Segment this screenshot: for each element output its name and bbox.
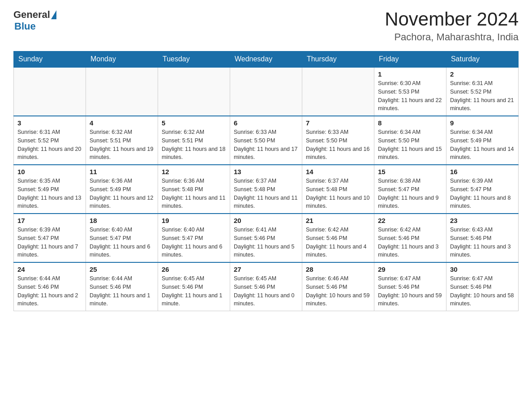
calendar-day-cell: 10Sunrise: 6:35 AMSunset: 5:49 PMDayligh… — [14, 165, 86, 214]
day-info: Sunrise: 6:35 AMSunset: 5:49 PMDaylight:… — [17, 177, 82, 210]
calendar-day-cell: 4Sunrise: 6:32 AMSunset: 5:51 PMDaylight… — [86, 116, 158, 165]
calendar-day-cell: 25Sunrise: 6:44 AMSunset: 5:46 PMDayligh… — [86, 262, 158, 311]
logo-top: General — [13, 9, 57, 21]
calendar-table: Sunday Monday Tuesday Wednesday Thursday… — [13, 51, 519, 311]
day-info: Sunrise: 6:42 AMSunset: 5:46 PMDaylight:… — [306, 226, 370, 259]
day-info: Sunrise: 6:41 AMSunset: 5:46 PMDaylight:… — [234, 226, 298, 259]
day-number: 10 — [17, 168, 82, 176]
day-info: Sunrise: 6:43 AMSunset: 5:46 PMDaylight:… — [450, 226, 515, 259]
day-info: Sunrise: 6:34 AMSunset: 5:49 PMDaylight:… — [450, 128, 515, 162]
calendar-day-cell: 2Sunrise: 6:31 AMSunset: 5:52 PMDaylight… — [446, 67, 518, 116]
day-number: 29 — [378, 265, 442, 273]
calendar-day-cell: 30Sunrise: 6:47 AMSunset: 5:46 PMDayligh… — [446, 262, 518, 311]
day-info: Sunrise: 6:39 AMSunset: 5:47 PMDaylight:… — [450, 177, 515, 210]
calendar-day-cell — [230, 67, 302, 116]
calendar-day-cell: 7Sunrise: 6:33 AMSunset: 5:50 PMDaylight… — [302, 116, 374, 165]
day-number: 28 — [306, 265, 370, 273]
header-thursday: Thursday — [302, 51, 374, 68]
day-info: Sunrise: 6:31 AMSunset: 5:52 PMDaylight:… — [450, 79, 515, 113]
day-number: 19 — [162, 217, 226, 224]
day-info: Sunrise: 6:40 AMSunset: 5:47 PMDaylight:… — [162, 226, 226, 259]
logo: General Blue — [13, 9, 57, 32]
day-number: 26 — [162, 265, 226, 273]
day-number: 15 — [378, 168, 442, 176]
header-saturday: Saturday — [446, 51, 518, 68]
day-number: 25 — [90, 265, 154, 273]
day-info: Sunrise: 6:32 AMSunset: 5:51 PMDaylight:… — [90, 128, 154, 162]
day-info: Sunrise: 6:39 AMSunset: 5:47 PMDaylight:… — [17, 226, 82, 259]
day-info: Sunrise: 6:33 AMSunset: 5:50 PMDaylight:… — [306, 128, 370, 162]
day-info: Sunrise: 6:37 AMSunset: 5:48 PMDaylight:… — [306, 177, 370, 210]
day-info: Sunrise: 6:31 AMSunset: 5:52 PMDaylight:… — [17, 128, 82, 162]
calendar-day-cell: 17Sunrise: 6:39 AMSunset: 5:47 PMDayligh… — [14, 214, 86, 262]
day-number: 12 — [162, 168, 226, 176]
day-number: 27 — [234, 265, 298, 273]
day-number: 2 — [450, 70, 515, 78]
calendar-day-cell: 8Sunrise: 6:34 AMSunset: 5:50 PMDaylight… — [374, 116, 446, 165]
calendar-day-cell: 13Sunrise: 6:37 AMSunset: 5:48 PMDayligh… — [230, 165, 302, 214]
calendar-day-cell: 16Sunrise: 6:39 AMSunset: 5:47 PMDayligh… — [446, 165, 518, 214]
calendar-day-cell: 9Sunrise: 6:34 AMSunset: 5:49 PMDaylight… — [446, 116, 518, 165]
day-info: Sunrise: 6:33 AMSunset: 5:50 PMDaylight:… — [234, 128, 298, 162]
calendar-day-cell: 6Sunrise: 6:33 AMSunset: 5:50 PMDaylight… — [230, 116, 302, 165]
header-monday: Monday — [86, 51, 158, 68]
calendar-week-row: 17Sunrise: 6:39 AMSunset: 5:47 PMDayligh… — [14, 214, 519, 262]
day-info: Sunrise: 6:47 AMSunset: 5:46 PMDaylight:… — [450, 274, 515, 308]
calendar-week-row: 10Sunrise: 6:35 AMSunset: 5:49 PMDayligh… — [14, 165, 519, 214]
day-number: 3 — [17, 119, 82, 127]
calendar-day-cell — [14, 67, 86, 116]
header-wednesday: Wednesday — [230, 51, 302, 68]
day-number: 8 — [378, 119, 442, 127]
calendar-day-cell: 1Sunrise: 6:30 AMSunset: 5:53 PMDaylight… — [374, 67, 446, 116]
calendar-day-cell: 18Sunrise: 6:40 AMSunset: 5:47 PMDayligh… — [86, 214, 158, 262]
day-number: 23 — [450, 217, 515, 224]
day-info: Sunrise: 6:34 AMSunset: 5:50 PMDaylight:… — [378, 128, 442, 162]
logo-general-text: General — [13, 9, 50, 21]
day-number: 13 — [234, 168, 298, 176]
calendar-day-cell: 19Sunrise: 6:40 AMSunset: 5:47 PMDayligh… — [158, 214, 230, 262]
calendar-day-cell: 11Sunrise: 6:36 AMSunset: 5:49 PMDayligh… — [86, 165, 158, 214]
day-number: 24 — [17, 265, 82, 273]
calendar-day-cell — [302, 67, 374, 116]
day-info: Sunrise: 6:36 AMSunset: 5:49 PMDaylight:… — [90, 177, 154, 210]
calendar-day-cell: 28Sunrise: 6:46 AMSunset: 5:46 PMDayligh… — [302, 262, 374, 311]
day-info: Sunrise: 6:42 AMSunset: 5:46 PMDaylight:… — [378, 226, 442, 259]
day-info: Sunrise: 6:47 AMSunset: 5:46 PMDaylight:… — [378, 274, 442, 308]
header-tuesday: Tuesday — [158, 51, 230, 68]
day-number: 22 — [378, 217, 442, 224]
day-info: Sunrise: 6:32 AMSunset: 5:51 PMDaylight:… — [162, 128, 226, 162]
calendar-week-row: 3Sunrise: 6:31 AMSunset: 5:52 PMDaylight… — [14, 116, 519, 165]
calendar-day-cell: 5Sunrise: 6:32 AMSunset: 5:51 PMDaylight… — [158, 116, 230, 165]
day-number: 9 — [450, 119, 515, 127]
day-info: Sunrise: 6:44 AMSunset: 5:46 PMDaylight:… — [17, 274, 82, 308]
calendar-day-cell: 21Sunrise: 6:42 AMSunset: 5:46 PMDayligh… — [302, 214, 374, 262]
day-info: Sunrise: 6:44 AMSunset: 5:46 PMDaylight:… — [90, 274, 154, 308]
calendar-day-cell: 12Sunrise: 6:36 AMSunset: 5:48 PMDayligh… — [158, 165, 230, 214]
page-title: November 2024 — [385, 9, 519, 30]
day-number: 21 — [306, 217, 370, 224]
day-info: Sunrise: 6:40 AMSunset: 5:47 PMDaylight:… — [90, 226, 154, 259]
calendar-day-cell: 22Sunrise: 6:42 AMSunset: 5:46 PMDayligh… — [374, 214, 446, 262]
day-number: 20 — [234, 217, 298, 224]
day-info: Sunrise: 6:37 AMSunset: 5:48 PMDaylight:… — [234, 177, 298, 210]
day-info: Sunrise: 6:45 AMSunset: 5:46 PMDaylight:… — [162, 274, 226, 308]
calendar-day-cell: 15Sunrise: 6:38 AMSunset: 5:47 PMDayligh… — [374, 165, 446, 214]
calendar-day-cell: 29Sunrise: 6:47 AMSunset: 5:46 PMDayligh… — [374, 262, 446, 311]
header-friday: Friday — [374, 51, 446, 68]
day-info: Sunrise: 6:36 AMSunset: 5:48 PMDaylight:… — [162, 177, 226, 210]
day-number: 18 — [90, 217, 154, 224]
calendar-day-cell: 23Sunrise: 6:43 AMSunset: 5:46 PMDayligh… — [446, 214, 518, 262]
calendar-week-row: 24Sunrise: 6:44 AMSunset: 5:46 PMDayligh… — [14, 262, 519, 311]
day-number: 11 — [90, 168, 154, 176]
header-sunday: Sunday — [14, 51, 86, 68]
day-info: Sunrise: 6:46 AMSunset: 5:46 PMDaylight:… — [306, 274, 370, 308]
page-subtitle: Pachora, Maharashtra, India — [385, 31, 519, 43]
day-number: 4 — [90, 119, 154, 127]
day-info: Sunrise: 6:38 AMSunset: 5:47 PMDaylight:… — [378, 177, 442, 210]
day-info: Sunrise: 6:45 AMSunset: 5:46 PMDaylight:… — [234, 274, 298, 308]
title-block: November 2024 Pachora, Maharashtra, Indi… — [385, 9, 519, 43]
calendar-day-cell: 20Sunrise: 6:41 AMSunset: 5:46 PMDayligh… — [230, 214, 302, 262]
day-number: 1 — [378, 70, 442, 78]
calendar-day-cell: 27Sunrise: 6:45 AMSunset: 5:46 PMDayligh… — [230, 262, 302, 311]
day-info: Sunrise: 6:30 AMSunset: 5:53 PMDaylight:… — [378, 79, 442, 113]
